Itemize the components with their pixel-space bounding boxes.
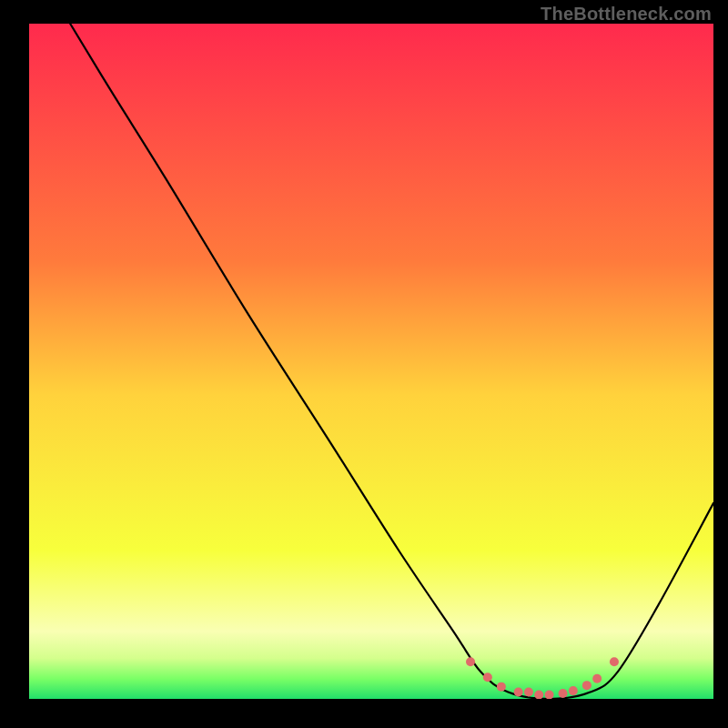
marker-point — [524, 688, 533, 697]
marker-point — [466, 657, 475, 666]
watermark-text: TheBottleneck.com — [541, 4, 712, 25]
plot-area — [29, 24, 713, 699]
chart-svg — [29, 24, 713, 699]
marker-point — [514, 688, 523, 697]
chart-frame — [15, 24, 713, 713]
marker-point — [483, 672, 492, 682]
marker-point — [610, 657, 619, 666]
marker-point — [592, 674, 602, 683]
marker-point — [582, 681, 592, 690]
marker-point — [497, 682, 506, 692]
marker-point — [559, 689, 568, 698]
marker-point — [569, 686, 578, 695]
